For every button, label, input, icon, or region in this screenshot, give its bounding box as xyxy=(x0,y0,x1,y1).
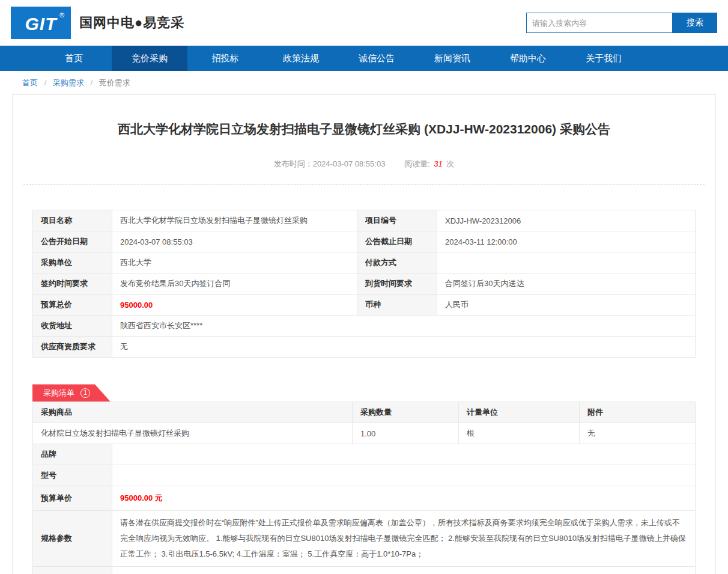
breadcrumb: 首页 / 采购需求 / 竞价需求 xyxy=(0,71,728,94)
table-row: 供应商资质要求 无 xyxy=(33,337,696,358)
detail-value xyxy=(112,465,696,486)
product-attachment-cell: 无 xyxy=(580,423,696,444)
detail-label: 型号 xyxy=(33,465,112,486)
info-value: 2024-03-11 12:00:00 xyxy=(437,231,696,252)
info-value: 西北大学化材学院日立场发射扫描电子显微镜灯丝采购 xyxy=(112,210,357,231)
info-label: 公告开始日期 xyxy=(33,231,112,252)
nav-item-about-us[interactable]: 关于我们 xyxy=(566,46,642,71)
registered-mark-icon: ® xyxy=(59,11,65,19)
detail-label: 售后服务 xyxy=(33,567,112,574)
publish-time-label: 发布时间： xyxy=(274,159,313,168)
nav-item-help-center[interactable]: 帮助中心 xyxy=(490,46,566,71)
table-row: 项目名称 西北大学化材学院日立场发射扫描电子显微镜灯丝采购 项目编号 XDJJ-… xyxy=(33,210,696,231)
after-sales-value: 按行业标准提供服务。 质保期：验收合格后 1年。 响应时效：即时响应（包括电话响… xyxy=(112,567,696,574)
nav-item-integrity-notice[interactable]: 诚信公告 xyxy=(339,46,414,71)
info-value xyxy=(437,252,696,273)
info-label: 公告截止日期 xyxy=(357,231,437,252)
info-label: 收货地址 xyxy=(33,316,112,337)
column-header: 附件 xyxy=(580,402,696,423)
info-label: 项目名称 xyxy=(33,210,112,231)
breadcrumb-home[interactable]: 首页 xyxy=(22,78,38,87)
search-button[interactable]: 搜索 xyxy=(673,13,717,33)
column-header: 计量单位 xyxy=(459,402,580,423)
purchase-list-label: 采购清单 xyxy=(43,388,74,398)
info-label: 预算总价 xyxy=(33,295,112,316)
publish-time-value: 2024-03-07 08:55:03 xyxy=(313,159,386,168)
nav-item-policies[interactable]: 政策法规 xyxy=(263,46,339,71)
budget-total-value: 95000.00 xyxy=(112,295,357,316)
nav-item-home[interactable]: 首页 xyxy=(36,46,112,71)
breadcrumb-purchase-demand[interactable]: 采购需求 xyxy=(53,78,84,87)
info-value: 无 xyxy=(112,337,696,358)
search-box: 搜索 xyxy=(526,13,717,33)
table-row: 化材院日立场发射扫描电子显微镜灯丝采购 1.00 根 无 xyxy=(33,423,696,444)
nav-item-news[interactable]: 新闻资讯 xyxy=(414,46,490,71)
info-value: 合同签订后30天内送达 xyxy=(437,273,696,295)
table-row: 品牌 xyxy=(33,444,696,465)
table-row: 公告开始日期 2024-03-07 08:55:03 公告截止日期 2024-0… xyxy=(33,231,696,252)
purchase-list-tab: 采购清单 1 xyxy=(32,384,111,401)
detail-label: 规格参数 xyxy=(33,511,112,567)
project-info-table: 项目名称 西北大学化材学院日立场发射扫描电子显微镜灯丝采购 项目编号 XDJJ-… xyxy=(32,210,696,358)
site-header: GIT ® 国网中电●易竞采 搜索 xyxy=(0,0,728,46)
views-label: 阅读量: xyxy=(404,159,430,168)
product-name-cell: 化材院日立场发射扫描电子显微镜灯丝采购 xyxy=(33,423,353,444)
unit-price-amount: 95000.00 元 xyxy=(120,493,163,502)
info-value: 发布竞价结果后30天内签订合同 xyxy=(112,273,357,295)
main-nav: 首页 竞价采购 招投标 政策法规 诚信公告 新闻资讯 帮助中心 关于我们 xyxy=(0,46,728,71)
info-label: 到货时间要求 xyxy=(357,273,437,295)
detail-label: 品牌 xyxy=(33,444,112,465)
views-count: 31 xyxy=(434,159,442,168)
info-value: 陕西省西安市长安区**** xyxy=(112,316,696,337)
git-logo[interactable]: GIT ® xyxy=(11,7,71,39)
site-title: 国网中电●易竞采 xyxy=(79,14,184,32)
table-row: 收货地址 陕西省西安市长安区**** xyxy=(33,316,696,337)
table-row: 售后服务 按行业标准提供服务。 质保期：验收合格后 1年。 响应时效：即时响应（… xyxy=(33,567,696,574)
column-header: 采购数量 xyxy=(353,402,459,423)
table-row: 签约时间要求 发布竞价结果后30天内签订合同 到货时间要求 合同签订后30天内送… xyxy=(33,273,696,295)
item-count-badge: 1 xyxy=(80,388,90,398)
spec-params-value: 请各潜在供应商提交报价时在“响应附件”处上传正式报价单及需求响应偏离表（加盖公章… xyxy=(112,511,696,567)
views-unit: 次 xyxy=(446,159,454,168)
info-label: 币种 xyxy=(357,295,437,316)
detail-label: 预算单价 xyxy=(33,486,112,511)
info-value: 人民币 xyxy=(437,295,696,316)
budget-total-amount: 95000.00 xyxy=(120,301,153,310)
breadcrumb-current: 竞价需求 xyxy=(99,78,130,87)
info-label: 付款方式 xyxy=(357,252,437,273)
breadcrumb-separator: / xyxy=(44,78,47,87)
page-title: 西北大学化材学院日立场发射扫描电子显微镜灯丝采购 (XDJJ-HW-202312… xyxy=(32,120,696,138)
notice-card: 西北大学化材学院日立场发射扫描电子显微镜灯丝采购 (XDJJ-HW-202312… xyxy=(12,94,716,574)
info-value: 2024-03-07 08:55:03 xyxy=(112,231,357,252)
table-row: 采购单位 西北大学 付款方式 xyxy=(33,252,696,273)
dashed-divider xyxy=(23,184,705,185)
table-row: 预算总价 95000.00 币种 人民币 xyxy=(33,295,696,316)
nav-item-tender[interactable]: 招投标 xyxy=(187,46,263,71)
logo-text: GIT xyxy=(25,14,57,34)
notice-meta: 发布时间：2024-03-07 08:55:03 阅读量: 31 次 xyxy=(32,159,696,169)
table-header-row: 采购商品 采购数量 计量单位 附件 xyxy=(33,402,696,423)
info-label: 项目编号 xyxy=(357,210,437,231)
info-label: 采购单位 xyxy=(33,252,112,273)
nav-item-bidding-purchase[interactable]: 竞价采购 xyxy=(112,46,187,71)
breadcrumb-separator: / xyxy=(91,78,93,87)
product-unit-cell: 根 xyxy=(459,423,580,444)
table-row: 规格参数 请各潜在供应商提交报价时在“响应附件”处上传正式报价单及需求响应偏离表… xyxy=(33,511,696,567)
column-header: 采购商品 xyxy=(33,402,353,423)
purchase-list-table: 采购商品 采购数量 计量单位 附件 化材院日立场发射扫描电子显微镜灯丝采购 1.… xyxy=(32,401,696,444)
product-detail-table: 品牌 型号 预算单价 95000.00 元 规格参数 请各潜在供应商提交报价时在… xyxy=(32,444,696,574)
info-value: XDJJ-HW-202312006 xyxy=(437,210,696,231)
detail-value xyxy=(112,444,696,465)
info-label: 供应商资质要求 xyxy=(33,337,112,358)
product-quantity-cell: 1.00 xyxy=(353,423,459,444)
table-row: 预算单价 95000.00 元 xyxy=(33,486,696,511)
table-row: 型号 xyxy=(33,465,696,486)
info-label: 签约时间要求 xyxy=(33,273,112,295)
info-value: 西北大学 xyxy=(112,252,357,273)
logo-area: GIT ® 国网中电●易竞采 xyxy=(11,7,184,39)
search-input[interactable] xyxy=(526,13,673,33)
unit-price-value: 95000.00 元 xyxy=(112,486,696,511)
